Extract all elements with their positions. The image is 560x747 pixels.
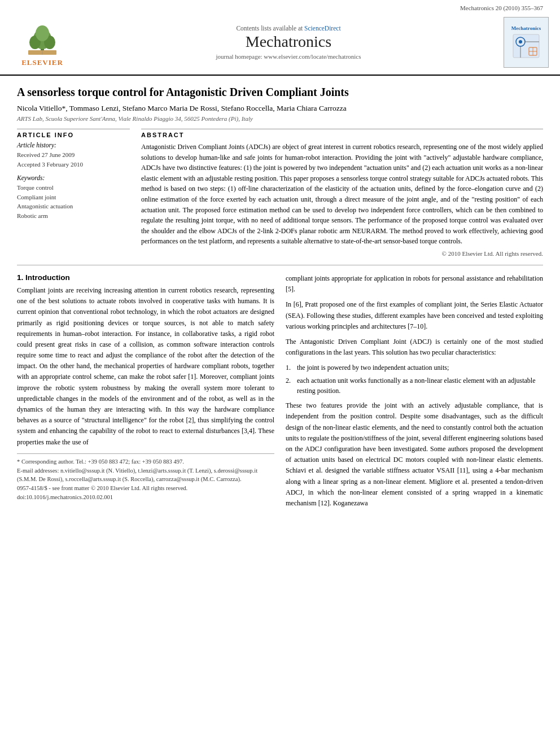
intro-col-right: compliant joints appropriate for applica… xyxy=(286,273,543,513)
accepted-text: Accepted 3 February 2010 xyxy=(17,160,130,169)
keyword-2: Compliant joint xyxy=(17,193,130,202)
list-text-1: the joint is powered by two independent … xyxy=(297,362,449,373)
svg-point-9 xyxy=(519,40,522,43)
right-para-1: compliant joints appropriate for applica… xyxy=(286,273,543,295)
list-num-2: 2. xyxy=(286,375,294,396)
sciencedirect-line: Contents lists available at ScienceDirec… xyxy=(73,25,504,32)
list-text-2: each actuation unit works functionally a… xyxy=(297,375,543,396)
svg-rect-7 xyxy=(513,34,539,58)
abstract-text: Antagonistic Driven Compliant Joints (AD… xyxy=(141,142,543,247)
cover-svg xyxy=(512,33,540,59)
right-para-4: These two features provide the joint wit… xyxy=(286,400,543,509)
page-container: Mechatronics 20 (2010) 355–367 ELSEVIER xyxy=(0,0,560,747)
article-history-label: Article history: xyxy=(17,142,130,148)
footnote-issn: 0957-4158/$ - see front matter © 2010 El… xyxy=(17,484,274,493)
svg-point-4 xyxy=(36,25,49,41)
keywords-section: Keywords: Torque control Compliant joint… xyxy=(17,174,130,220)
intro-col-left: 1. Introduction Compliant joints are rec… xyxy=(17,273,274,513)
abstract-col: ABSTRACT Antagonistic Driven Compliant J… xyxy=(141,129,543,257)
header-inner: ELSEVIER Contents lists available at Sci… xyxy=(11,14,549,71)
article-history-section: Article history: Received 27 June 2009 A… xyxy=(17,142,130,169)
email-label: E-mail addresses: xyxy=(17,468,59,474)
elsevier-label-text: ELSEVIER xyxy=(21,58,63,67)
intro-section: 1. Introduction Compliant joints are rec… xyxy=(17,273,543,513)
intro-left-text: Compliant joints are receiving increasin… xyxy=(17,285,274,448)
header-center: Contents lists available at ScienceDirec… xyxy=(73,25,504,60)
footnote-doi: doi:10.1016/j.mechatronics.2010.02.001 xyxy=(17,493,274,502)
journal-header: Mechatronics 20 (2010) 355–367 ELSEVIER xyxy=(0,0,560,76)
journal-homepage: journal homepage: www.elsevier.com/locat… xyxy=(73,53,504,60)
keywords-label: Keywords: xyxy=(17,174,130,181)
article-title: A sensorless torque control for Antagoni… xyxy=(17,85,543,99)
elsevier-tree-icon xyxy=(23,18,62,57)
cover-inner-text: Mechatronics xyxy=(509,23,543,62)
article-authors: Nicola Vitiello*, Tommaso Lenzi, Stefano… xyxy=(17,104,543,113)
article-info-col: ARTICLE INFO Article history: Received 2… xyxy=(17,129,130,257)
keyword-3: Antagonistic actuation xyxy=(17,202,130,211)
article-affiliation: ARTS Lab, Scuola Superiore Sant'Anna, Vi… xyxy=(17,115,543,122)
right-para-2: In [6], Pratt proposed one of the first … xyxy=(286,299,543,332)
section-divider xyxy=(17,265,543,265)
sciencedirect-link[interactable]: ScienceDirect xyxy=(304,25,341,32)
list-item-1: 1. the joint is powered by two independe… xyxy=(286,362,543,373)
keyword-4: Robotic arm xyxy=(17,211,130,221)
footnote-emails: E-mail addresses: n.vitiello@sssup.it (N… xyxy=(17,466,274,484)
elsevier-logo: ELSEVIER xyxy=(11,18,73,67)
list-item-2: 2. each actuation unit works functionall… xyxy=(286,375,543,396)
received-text: Received 27 June 2009 xyxy=(17,150,130,160)
article-info-abstract-row: ARTICLE INFO Article history: Received 2… xyxy=(17,129,543,257)
journal-meta-top: Mechatronics 20 (2010) 355–367 xyxy=(11,5,549,11)
keyword-1: Torque control xyxy=(17,183,130,193)
abstract-label: ABSTRACT xyxy=(141,129,543,138)
article-body: A sensorless torque control for Antagoni… xyxy=(0,76,560,522)
article-info-label: ARTICLE INFO xyxy=(17,129,130,138)
footnote-area: * Corresponding author. Tel.: +39 050 88… xyxy=(17,453,274,502)
copyright-line: © 2010 Elsevier Ltd. All rights reserved… xyxy=(141,250,543,257)
meta-top-text: Mechatronics 20 (2010) 355–367 xyxy=(460,5,543,11)
journal-title-display: Mechatronics xyxy=(73,33,504,51)
list-num-1: 1. xyxy=(286,362,294,373)
right-para-3: The Antagonistic Driven Compliant Joint … xyxy=(286,337,543,358)
footnote-star: * Corresponding author. Tel.: +39 050 88… xyxy=(17,457,274,466)
journal-cover-image: Mechatronics xyxy=(504,17,549,68)
intro-heading: 1. Introduction xyxy=(17,273,274,282)
